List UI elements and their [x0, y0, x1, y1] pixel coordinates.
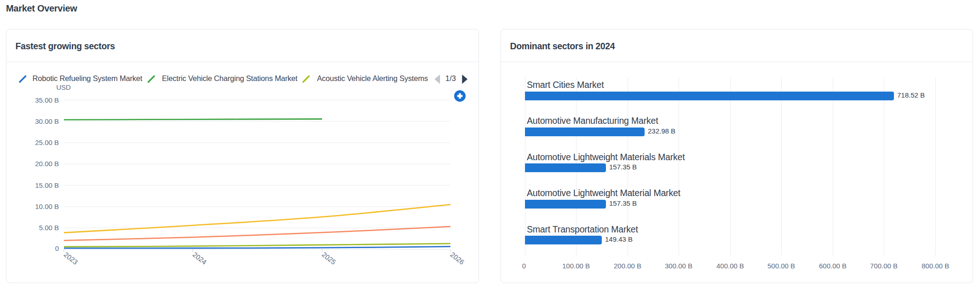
svg-text:15.00 B: 15.00 B: [35, 181, 59, 189]
svg-text:25.00 B: 25.00 B: [35, 139, 59, 146]
svg-text:2025: 2025: [321, 250, 338, 266]
svg-text:5.00 B: 5.00 B: [39, 224, 59, 232]
svg-text:30.00 B: 30.00 B: [35, 117, 59, 125]
svg-text:2026: 2026: [449, 250, 466, 266]
svg-text:10.00 B: 10.00 B: [35, 203, 59, 210]
svg-text:2024: 2024: [191, 250, 208, 266]
svg-text:USD: USD: [56, 83, 71, 91]
svg-text:20.00 B: 20.00 B: [35, 160, 59, 168]
svg-text:0: 0: [55, 244, 59, 252]
svg-text:35.00 B: 35.00 B: [35, 96, 59, 104]
svg-text:2023: 2023: [63, 250, 80, 266]
